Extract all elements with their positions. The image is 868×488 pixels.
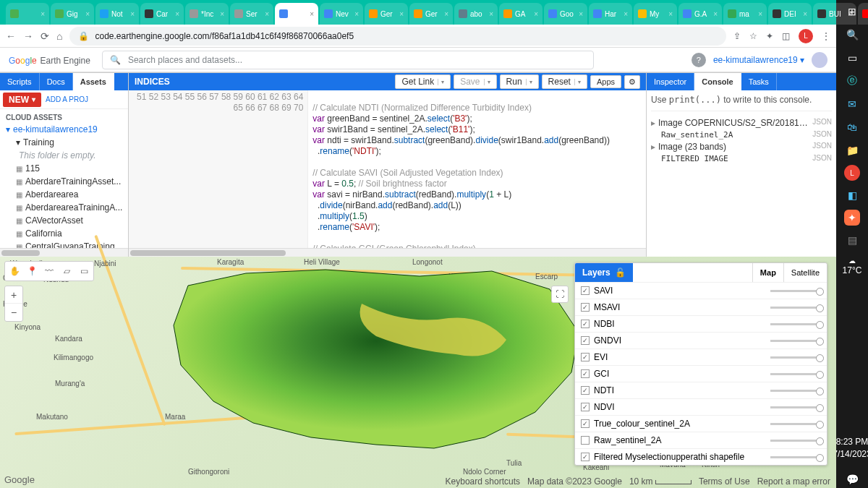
task-view-icon[interactable]: ▭ bbox=[843, 49, 861, 67]
browser-tab[interactable]: × bbox=[6, 3, 49, 25]
asset-item[interactable]: ▦ 115 bbox=[1, 162, 127, 175]
forward-icon[interactable]: → bbox=[23, 30, 33, 42]
opacity-slider[interactable] bbox=[770, 390, 821, 392]
opacity-slider[interactable] bbox=[770, 456, 821, 458]
code-editor[interactable]: 51 52 53 54 55 56 57 58 59 60 61 62 63 6… bbox=[129, 90, 646, 248]
report-error-link[interactable]: Report a map error bbox=[757, 476, 830, 487]
browser-tab[interactable]: Nev× bbox=[320, 3, 363, 25]
browser-tab[interactable]: Ger× bbox=[409, 3, 453, 25]
weather-widget[interactable]: ☁17°C bbox=[843, 256, 862, 277]
browser-tab[interactable]: Har× bbox=[589, 3, 632, 25]
opacity-slider[interactable] bbox=[770, 307, 821, 309]
layer-checkbox[interactable]: ✓ bbox=[581, 303, 590, 312]
browser-tab[interactable]: Gig× bbox=[51, 3, 94, 25]
opacity-slider[interactable] bbox=[770, 440, 821, 442]
browser-tab[interactable]: *Inc× bbox=[185, 3, 229, 25]
browser-tab[interactable]: GA× bbox=[499, 3, 542, 25]
asset-item[interactable]: ▦ CentralGuyanaTraining... bbox=[1, 240, 127, 248]
browser-tab[interactable]: G.A× bbox=[678, 3, 722, 25]
profile-avatar[interactable]: L bbox=[799, 29, 813, 43]
asset-folder[interactable]: ▾ Training bbox=[1, 136, 127, 149]
code-body[interactable]: // Calculate NDTI (Normalized Difference… bbox=[308, 90, 646, 248]
run-button[interactable]: Run▾ bbox=[500, 74, 539, 89]
app-icon[interactable]: ◧ bbox=[843, 187, 861, 204]
opacity-slider[interactable] bbox=[770, 356, 821, 359]
layer-checkbox[interactable]: ✓ bbox=[581, 336, 590, 345]
layers-title[interactable]: Layers 🔓 bbox=[575, 263, 633, 282]
tab-tasks[interactable]: Tasks bbox=[741, 73, 777, 90]
help-icon[interactable]: ? bbox=[692, 53, 706, 67]
zoom-out-button[interactable]: − bbox=[5, 304, 22, 321]
marker-tool-icon[interactable]: 📍 bbox=[24, 263, 40, 279]
terms-link[interactable]: Terms of Use bbox=[699, 476, 750, 487]
extensions-icon[interactable]: ✦ bbox=[766, 31, 773, 41]
menu-icon[interactable]: ⋮ bbox=[822, 31, 830, 41]
search-icon[interactable]: 🔍 bbox=[843, 26, 861, 43]
browser-tab[interactable]: BUI× bbox=[813, 3, 856, 25]
tab-scripts[interactable]: Scripts bbox=[0, 73, 40, 90]
bookmark-icon[interactable]: ☆ bbox=[749, 31, 757, 41]
search-input[interactable]: 🔍 Search places and datasets... bbox=[102, 51, 594, 69]
explorer-icon[interactable]: 📁 bbox=[843, 142, 861, 159]
opacity-slider[interactable] bbox=[770, 340, 821, 342]
tab-assets[interactable]: Assets bbox=[73, 73, 114, 90]
apps-button[interactable]: Apps bbox=[590, 75, 621, 88]
asset-item[interactable]: ▦ AberdareareaTrainingA... bbox=[1, 201, 127, 214]
layer-checkbox[interactable]: ✓ bbox=[581, 320, 590, 328]
layer-checkbox[interactable]: ✓ bbox=[581, 419, 590, 428]
browser-tab[interactable]: Ger× bbox=[365, 3, 408, 25]
chrome-icon[interactable]: L bbox=[844, 165, 860, 181]
opacity-slider[interactable] bbox=[770, 373, 821, 375]
line-tool-icon[interactable]: 〰 bbox=[41, 263, 57, 279]
back-icon[interactable]: ← bbox=[6, 30, 16, 42]
tab-console[interactable]: Console bbox=[694, 73, 741, 90]
home-icon[interactable]: ⌂ bbox=[56, 30, 62, 42]
layer-checkbox[interactable] bbox=[581, 436, 590, 445]
scrollbar[interactable] bbox=[0, 248, 128, 257]
app-icon-2[interactable]: ✦ bbox=[844, 210, 860, 226]
mail-icon[interactable]: ✉ bbox=[843, 95, 861, 113]
layer-checkbox[interactable]: ✓ bbox=[581, 403, 590, 411]
browser-tab[interactable]: My× bbox=[634, 3, 677, 25]
tab-inspector[interactable]: Inspector bbox=[647, 73, 694, 90]
browser-tab[interactable]: DEI× bbox=[768, 3, 812, 25]
user-avatar[interactable] bbox=[812, 52, 827, 68]
layer-checkbox[interactable]: ✓ bbox=[581, 369, 590, 378]
asset-root[interactable]: ▾ ee-kimutailawrence19 bbox=[1, 123, 127, 136]
browser-tab[interactable]: Cha× bbox=[858, 3, 868, 25]
layer-checkbox[interactable]: ✓ bbox=[581, 453, 590, 461]
layer-checkbox[interactable]: ✓ bbox=[581, 353, 590, 361]
system-clock[interactable]: 8:23 PM7/14/2023 bbox=[833, 432, 868, 465]
notifications-icon[interactable]: 💬 bbox=[843, 471, 861, 488]
browser-tab[interactable]: × bbox=[275, 3, 318, 25]
browser-tab[interactable]: Goo× bbox=[544, 3, 587, 25]
opacity-slider[interactable] bbox=[770, 406, 821, 408]
map-type-map[interactable]: Map bbox=[752, 263, 783, 282]
layer-checkbox[interactable]: ✓ bbox=[581, 386, 590, 395]
new-button[interactable]: NEW ▾ bbox=[3, 93, 41, 107]
get-link-button[interactable]: Get Link▾ bbox=[395, 74, 451, 89]
edge-icon[interactable]: ⓔ bbox=[843, 72, 861, 90]
keyboard-shortcuts-link[interactable]: Keyboard shortcuts bbox=[446, 476, 520, 487]
browser-tab[interactable]: ma× bbox=[723, 3, 767, 25]
share-icon[interactable]: ⇪ bbox=[733, 31, 741, 41]
fullscreen-icon[interactable]: ⛶ bbox=[551, 286, 569, 303]
rect-tool-icon[interactable]: ▭ bbox=[76, 263, 92, 279]
map-canvas[interactable]: WawaisaliaNjabiniKaragitaHeli VillageLon… bbox=[0, 257, 836, 488]
reset-button[interactable]: Reset▾ bbox=[542, 74, 587, 89]
asset-item[interactable]: ▦ Aberdarearea bbox=[1, 188, 127, 201]
browser-tab[interactable]: Ser× bbox=[230, 3, 273, 25]
terminal-icon[interactable]: ▤ bbox=[843, 231, 861, 249]
tab-docs[interactable]: Docs bbox=[40, 73, 73, 90]
save-button[interactable]: Save▾ bbox=[454, 74, 496, 89]
asset-item[interactable]: ▦ California bbox=[1, 227, 127, 240]
asset-item[interactable]: ▦ CAVectorAsset bbox=[1, 214, 127, 227]
console-entry[interactable]: ▸Image (23 bands)JSON bbox=[651, 140, 832, 154]
zoom-in-button[interactable]: + bbox=[5, 286, 22, 304]
pan-tool-icon[interactable]: ✋ bbox=[7, 263, 22, 279]
add-project-button[interactable]: ADD A PROJ bbox=[46, 95, 88, 103]
sidepanel-icon[interactable]: ◫ bbox=[782, 31, 790, 41]
reload-icon[interactable]: ⟳ bbox=[41, 30, 49, 42]
browser-tab[interactable]: abo× bbox=[454, 3, 498, 25]
gear-icon[interactable]: ⚙ bbox=[624, 75, 640, 89]
